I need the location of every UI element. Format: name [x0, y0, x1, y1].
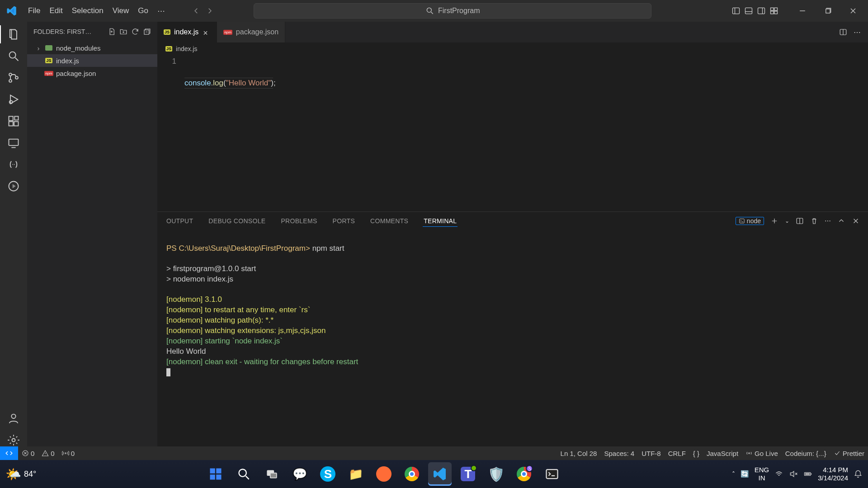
menu-edit[interactable]: Edit: [45, 5, 67, 17]
new-folder-icon[interactable]: [119, 28, 127, 36]
tree-item-index-js[interactable]: JS index.js: [27, 54, 157, 67]
activity-extensions-icon[interactable]: [7, 115, 20, 127]
tree-item-node-modules[interactable]: › node_modules: [27, 42, 157, 54]
menu-more[interactable]: ⋯: [153, 5, 170, 18]
window-minimize-button[interactable]: [792, 3, 813, 19]
toggle-secondary-sidebar-icon[interactable]: [757, 6, 766, 15]
taskbar-search[interactable]: [232, 462, 255, 486]
svg-rect-36: [547, 469, 558, 479]
panel-tab-output[interactable]: OUTPUT: [165, 216, 194, 226]
broadcast-icon: [745, 450, 753, 457]
status-spaces[interactable]: Spaces: 4: [600, 450, 638, 457]
status-prettier[interactable]: Prettier: [830, 450, 868, 457]
editor-tab-index-js[interactable]: JS index.js ×: [157, 22, 217, 42]
terminal-profile-selector[interactable]: node: [736, 217, 764, 225]
activity-codeium-icon[interactable]: [7, 158, 20, 171]
toggle-panel-icon[interactable]: [744, 6, 753, 15]
taskbar-app-terminal[interactable]: [540, 462, 564, 486]
split-terminal-icon[interactable]: [796, 217, 804, 225]
close-panel-icon[interactable]: [852, 217, 860, 225]
volume-muted-icon[interactable]: [789, 469, 798, 479]
status-language-braces[interactable]: { }: [689, 450, 703, 457]
activity-settings-icon[interactable]: [7, 434, 20, 446]
windows-logo-icon: [209, 467, 222, 481]
status-warnings[interactable]: 0: [38, 450, 58, 457]
remote-indicator[interactable]: [0, 446, 18, 460]
activity-live-server-icon[interactable]: [7, 180, 20, 192]
svg-point-20: [11, 414, 15, 418]
maximize-panel-icon[interactable]: [837, 217, 845, 225]
battery-icon[interactable]: [803, 469, 812, 479]
terminal-output[interactable]: PS C:\Users\Suraj\Desktop\FirstProgram> …: [157, 230, 868, 446]
svg-rect-18: [9, 139, 19, 145]
taskbar-app-chrome[interactable]: [400, 462, 424, 486]
taskbar-clock[interactable]: 4:14 PM 3/14/2024: [818, 466, 848, 482]
refresh-explorer-icon[interactable]: [131, 28, 139, 36]
taskbar-app-teams-chat[interactable]: 💬: [288, 462, 311, 486]
activity-explorer-icon[interactable]: [7, 28, 20, 41]
explorer-sidebar: FOLDERS: FIRST… › node_modules JS index.…: [27, 22, 157, 446]
status-ln-col[interactable]: Ln 1, Col 28: [557, 450, 601, 457]
menu-selection[interactable]: Selection: [67, 5, 108, 17]
svg-rect-29: [210, 469, 215, 474]
menu-file[interactable]: File: [24, 5, 45, 17]
nav-back-icon[interactable]: [192, 7, 200, 15]
notifications-icon[interactable]: [854, 469, 863, 479]
panel-tab-debug-console[interactable]: DEBUG CONSOLE: [208, 216, 266, 226]
status-language[interactable]: JavaScript: [703, 450, 742, 457]
taskbar-app-teams[interactable]: T: [456, 462, 480, 486]
taskbar-overflow-icon[interactable]: ˄: [732, 470, 735, 478]
taskbar-app-file-explorer[interactable]: 📁: [344, 462, 368, 486]
tree-item-package-json[interactable]: npm package.json: [27, 67, 157, 80]
taskbar-language[interactable]: ENG IN: [755, 466, 769, 482]
folder-icon: [44, 44, 53, 52]
status-go-live[interactable]: Go Live: [742, 450, 782, 457]
kill-terminal-icon[interactable]: [810, 217, 818, 225]
code-content[interactable]: console.log("Hello World");: [184, 55, 276, 211]
split-editor-icon[interactable]: [839, 28, 847, 36]
status-eol[interactable]: CRLF: [665, 450, 689, 457]
nav-forward-icon[interactable]: [206, 7, 214, 15]
window-restore-button[interactable]: [817, 3, 838, 19]
status-encoding[interactable]: UTF-8: [638, 450, 665, 457]
activity-search-icon[interactable]: [7, 50, 20, 62]
menu-view[interactable]: View: [108, 5, 134, 17]
editor-more-actions-icon[interactable]: ⋯: [854, 28, 861, 37]
taskbar-app-brave[interactable]: 🛡️: [484, 462, 508, 486]
activity-run-debug-icon[interactable]: [7, 93, 20, 106]
editor-tab-package-json[interactable]: npm package.json: [217, 22, 285, 42]
panel-more-actions-icon[interactable]: ⋯: [825, 217, 831, 225]
status-errors[interactable]: 0: [18, 450, 38, 457]
taskbar-app-postman[interactable]: [372, 462, 396, 486]
customize-layout-icon[interactable]: [769, 6, 778, 15]
activity-accounts-icon[interactable]: [7, 412, 20, 425]
activity-remote-explorer-icon[interactable]: [7, 136, 20, 149]
collapse-folders-icon[interactable]: [143, 28, 151, 36]
status-codeium[interactable]: Codeium: {...}: [782, 450, 830, 457]
editor-body[interactable]: 1 console.log("Hello World");: [157, 55, 868, 211]
editor-breadcrumb[interactable]: JS index.js: [157, 42, 868, 55]
panel-tab-problems[interactable]: PROBLEMS: [280, 216, 318, 226]
taskbar-app-chrome-profile[interactable]: S: [512, 462, 536, 486]
panel-tab-ports[interactable]: PORTS: [332, 216, 356, 226]
panel-tab-terminal[interactable]: TERMINAL: [423, 216, 458, 227]
close-tab-icon[interactable]: ×: [203, 28, 210, 36]
taskbar-app-skype[interactable]: S: [316, 462, 340, 486]
status-ports[interactable]: 0: [58, 450, 78, 457]
taskbar-onedrive-icon[interactable]: 🔄: [741, 470, 749, 478]
new-terminal-icon[interactable]: [770, 217, 778, 225]
taskbar-start-button[interactable]: [204, 462, 227, 486]
activity-source-control-icon[interactable]: [7, 71, 20, 84]
toggle-primary-sidebar-icon[interactable]: [731, 6, 741, 15]
taskbar-weather[interactable]: 🌤️ 84°: [5, 467, 36, 482]
wifi-icon[interactable]: [774, 469, 783, 479]
terminal-profile-label: node: [747, 217, 761, 225]
menu-go[interactable]: Go: [133, 5, 153, 17]
taskbar-app-vscode[interactable]: [428, 462, 452, 486]
command-center-search[interactable]: FirstProgram: [254, 3, 651, 19]
new-file-icon[interactable]: [108, 28, 116, 36]
taskbar-task-view[interactable]: [260, 462, 283, 486]
panel-tab-comments[interactable]: COMMENTS: [369, 216, 409, 226]
window-close-button[interactable]: [843, 3, 863, 19]
terminal-dropdown-icon[interactable]: ⌄: [785, 218, 789, 224]
